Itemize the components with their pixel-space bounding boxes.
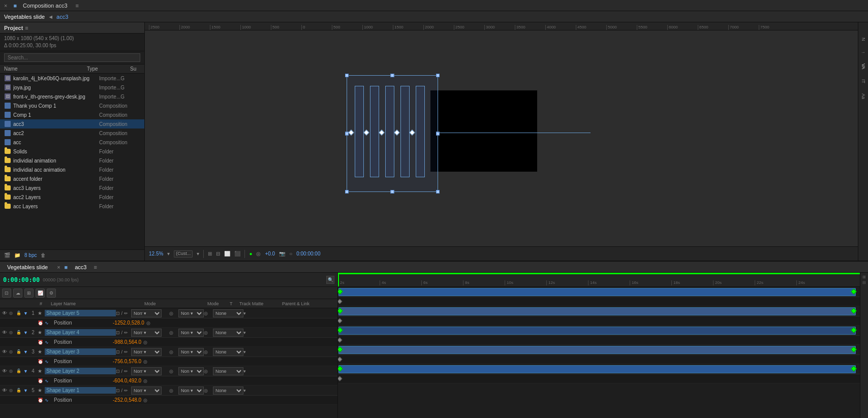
layer-expand[interactable]: ▼: [23, 349, 28, 355]
render-icon[interactable]: ○: [289, 251, 292, 256]
layer-parent-select[interactable]: None: [213, 367, 243, 375]
project-item[interactable]: 🖼karolin_4j_bKe0b6Q-unsplash.jpgImporte.…: [0, 74, 144, 83]
sub-keyframe[interactable]: [338, 338, 342, 343]
layer-mode-select[interactable]: Norr ▾: [131, 309, 162, 317]
time-display[interactable]: 0:00:00:00: [296, 251, 320, 256]
camera-icon[interactable]: 📷: [279, 251, 285, 256]
layer-lock[interactable]: 🔓: [16, 349, 23, 354]
layer-parent-select[interactable]: None: [213, 329, 243, 337]
sub-keyframe[interactable]: [338, 299, 342, 304]
tool-N[interactable]: N: [861, 38, 866, 41]
layer-expand[interactable]: ▼: [23, 311, 28, 316]
layer-parent-select[interactable]: None: [213, 309, 243, 317]
current-time[interactable]: 0:00:00:00: [3, 276, 40, 283]
close-icon[interactable]: ×: [4, 3, 7, 9]
switches-btn[interactable]: ⚙: [47, 288, 56, 298]
new-folder-icon[interactable]: 📁: [14, 252, 20, 258]
preset-dropdown-icon[interactable]: ▾: [197, 251, 199, 256]
search-input[interactable]: [4, 53, 140, 62]
layer-solo[interactable]: ◎: [9, 330, 16, 335]
layer-name[interactable]: Shape Layer 1: [45, 387, 116, 394]
tool-IT[interactable]: IT: [861, 79, 866, 83]
layer-expand[interactable]: ▼: [23, 388, 28, 393]
toggle-3d-icon[interactable]: ⬛: [234, 251, 240, 256]
layer-name[interactable]: Shape Layer 3: [45, 348, 116, 355]
layer-mode-select[interactable]: Norr ▾: [131, 387, 162, 395]
project-item[interactable]: acc2Composition: [0, 128, 144, 138]
layer-expand[interactable]: ▼: [23, 330, 28, 335]
layer-solo[interactable]: ◎: [9, 388, 16, 393]
graph-editor-btn[interactable]: 📈: [36, 288, 45, 298]
toggle-guide-icon[interactable]: ⊟: [216, 251, 220, 256]
project-item[interactable]: acc3Composition: [0, 119, 144, 128]
project-item[interactable]: Comp 1Composition: [0, 110, 144, 119]
layer-mode-select[interactable]: Norr ▾: [131, 329, 162, 337]
layer-matte-select[interactable]: Non ▾: [178, 348, 204, 356]
track-lane[interactable]: [338, 306, 860, 316]
layer-solo[interactable]: ◎: [9, 369, 16, 373]
layer-solo[interactable]: ◎: [9, 349, 16, 354]
color-correction-icon[interactable]: ●: [249, 251, 252, 256]
delete-icon[interactable]: 🗑: [41, 252, 46, 258]
layer-star[interactable]: ★: [38, 349, 45, 355]
timeline-tab-main[interactable]: Vegetables slide: [4, 263, 51, 271]
comp-breadcrumb-main[interactable]: Vegetables slide: [4, 14, 45, 20]
project-item[interactable]: individial acc animationFolder: [0, 165, 144, 174]
layer-lock[interactable]: 🔓: [16, 369, 23, 373]
track-lane[interactable]: [338, 364, 860, 374]
track-lane[interactable]: [338, 287, 860, 297]
project-item[interactable]: acc LayersFolder: [0, 202, 144, 211]
layer-expand[interactable]: ▼: [23, 369, 28, 374]
layer-parent-select[interactable]: None: [213, 348, 243, 356]
layer-expand-right[interactable]: ▾: [243, 330, 252, 335]
sub-prop-value[interactable]: -1252.0,528.0: [113, 320, 144, 326]
layer-mode-select[interactable]: Norr ▾: [131, 367, 162, 375]
layer-lock[interactable]: 🔓: [16, 311, 23, 315]
layer-matte-select[interactable]: Non ▾: [178, 329, 204, 337]
tl-search-btn[interactable]: 🔍: [326, 276, 334, 284]
sub-keyframe[interactable]: [338, 357, 342, 362]
project-item[interactable]: 🖼joya.jpgImporte...G: [0, 83, 144, 92]
track-lane[interactable]: [338, 345, 860, 355]
sub-prop-value[interactable]: -604.0,492.0: [113, 378, 141, 383]
sub-time-icon[interactable]: ⏰: [38, 320, 45, 326]
layer-row[interactable]: 👁 ◎ 🔓 ▼ 3 ★ Shape Layer 3 ⊡ / ✏ Norr ▾ ◎…: [0, 347, 337, 357]
project-item[interactable]: accComposition: [0, 138, 144, 147]
layer-matte-select[interactable]: Non ▾: [178, 387, 204, 395]
layer-star[interactable]: ★: [38, 330, 45, 335]
collapse-all-icon[interactable]: ⊟: [862, 280, 866, 285]
tool-arrow[interactable]: ↑: [861, 51, 866, 54]
toggle-mask-icon[interactable]: ⬜: [224, 251, 230, 256]
layer-star[interactable]: ★: [38, 310, 45, 316]
layer-eye[interactable]: 👁: [2, 310, 9, 316]
motion-blur-btn[interactable]: ☁: [13, 288, 22, 298]
timeline-tab-acc3-menu[interactable]: ≡: [94, 264, 97, 270]
layer-star[interactable]: ★: [38, 368, 45, 374]
layer-expand-right[interactable]: ▾: [243, 369, 252, 374]
timeline-tab-acc3[interactable]: acc3: [72, 263, 89, 271]
track-area[interactable]: [338, 287, 860, 418]
layer-row[interactable]: 👁 ◎ 🔓 ▼ 5 ★ Shape Layer 1 ⊡ / ✏ Norr ▾ ◎…: [0, 385, 337, 396]
layer-row[interactable]: 👁 ◎ 🔓 ▼ 1 ★ Shape Layer 5 ⊡ / ✏ Norr ▾ ◎…: [0, 308, 337, 318]
project-item[interactable]: 🖼front-v_ith-greens-grey-desk.jpgImporte…: [0, 92, 144, 101]
preset-btn[interactable]: (Cust...: [174, 250, 193, 258]
track-lane[interactable]: [338, 326, 860, 336]
layer-row[interactable]: 👁 ◎ 🔓 ▼ 4 ★ Shape Layer 2 ⊡ / ✏ Norr ▾ ◎…: [0, 366, 337, 376]
sub-prop-value[interactable]: -756.0,576.0: [113, 359, 141, 364]
new-comp-icon[interactable]: 🎬: [4, 252, 10, 258]
menu-icon[interactable]: ≡: [76, 3, 79, 9]
project-item[interactable]: accent folderFolder: [0, 174, 144, 183]
layer-matte-select[interactable]: Non ▾: [178, 367, 204, 375]
layer-parent-select[interactable]: None: [213, 387, 243, 395]
layer-expand-right[interactable]: ▾: [243, 349, 252, 355]
toggle-grid-icon[interactable]: ⊞: [208, 251, 212, 256]
layer-name[interactable]: Shape Layer 4: [45, 329, 116, 336]
layer-row[interactable]: 👁 ◎ 🔓 ▼ 2 ★ Shape Layer 4 ⊡ / ✏ Norr ▾ ◎…: [0, 328, 337, 338]
sub-keyframe[interactable]: [338, 318, 342, 324]
layer-eye[interactable]: 👁: [2, 349, 9, 355]
tool-Aa[interactable]: Aa: [861, 93, 866, 99]
sub-keyframe[interactable]: [338, 376, 342, 381]
layer-eye[interactable]: 👁: [2, 388, 9, 393]
project-item[interactable]: individial animationFolder: [0, 156, 144, 165]
layer-matte-select[interactable]: Non ▾: [178, 309, 204, 317]
